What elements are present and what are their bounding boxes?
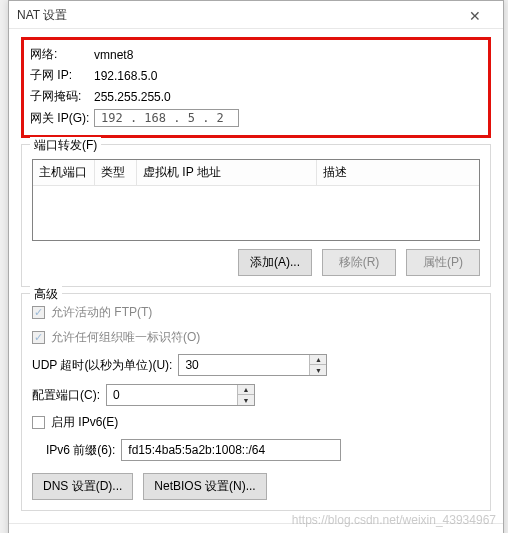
udp-spin-down-icon[interactable]: ▼ bbox=[310, 365, 326, 375]
col-host-port[interactable]: 主机端口 bbox=[33, 160, 95, 185]
nat-settings-dialog: NAT 设置 ✕ 网络: vmnet8 子网 IP: 192.168.5.0 子… bbox=[8, 0, 504, 533]
udp-timeout-spinner[interactable]: ▲ ▼ bbox=[178, 354, 327, 376]
config-port-input[interactable] bbox=[107, 385, 237, 405]
port-forward-title: 端口转发(F) bbox=[30, 137, 101, 154]
dialog-content: 网络: vmnet8 子网 IP: 192.168.5.0 子网掩码: 255.… bbox=[9, 29, 503, 523]
close-icon[interactable]: ✕ bbox=[455, 8, 495, 24]
dns-settings-button[interactable]: DNS 设置(D)... bbox=[32, 473, 133, 500]
udp-timeout-input[interactable] bbox=[179, 355, 309, 375]
udp-spin-up-icon[interactable]: ▲ bbox=[310, 355, 326, 365]
dialog-footer: 确定 取消 帮助 bbox=[9, 523, 503, 533]
subnet-mask-value: 255.255.255.0 bbox=[94, 90, 171, 104]
udp-timeout-label: UDP 超时(以秒为单位)(U): bbox=[32, 357, 172, 374]
titlebar: NAT 设置 ✕ bbox=[9, 1, 503, 29]
properties-button[interactable]: 属性(P) bbox=[406, 249, 480, 276]
network-info-highlight: 网络: vmnet8 子网 IP: 192.168.5.0 子网掩码: 255.… bbox=[21, 37, 491, 138]
config-port-label: 配置端口(C): bbox=[32, 387, 100, 404]
netbios-settings-button[interactable]: NetBIOS 设置(N)... bbox=[143, 473, 266, 500]
col-vm-ip[interactable]: 虚拟机 IP 地址 bbox=[137, 160, 317, 185]
config-port-spinner[interactable]: ▲ ▼ bbox=[106, 384, 255, 406]
enable-ipv6-label: 启用 IPv6(E) bbox=[51, 414, 118, 431]
advanced-group: 高级 允许活动的 FTP(T) 允许任何组织唯一标识符(O) UDP 超时(以秒… bbox=[21, 293, 491, 511]
port-forward-table[interactable]: 主机端口 类型 虚拟机 IP 地址 描述 bbox=[32, 159, 480, 241]
col-desc[interactable]: 描述 bbox=[317, 160, 479, 185]
network-value: vmnet8 bbox=[94, 48, 133, 62]
table-body[interactable] bbox=[33, 186, 479, 240]
ipv6-prefix-input[interactable] bbox=[121, 439, 341, 461]
allow-ftp-label: 允许活动的 FTP(T) bbox=[51, 304, 152, 321]
window-title: NAT 设置 bbox=[17, 7, 67, 24]
table-header: 主机端口 类型 虚拟机 IP 地址 描述 bbox=[33, 160, 479, 186]
ipv6-prefix-label: IPv6 前缀(6): bbox=[46, 442, 115, 459]
subnet-mask-label: 子网掩码: bbox=[30, 88, 94, 105]
port-spin-up-icon[interactable]: ▲ bbox=[238, 385, 254, 395]
remove-button[interactable]: 移除(R) bbox=[322, 249, 396, 276]
network-label: 网络: bbox=[30, 46, 94, 63]
allow-ftp-checkbox[interactable] bbox=[32, 306, 45, 319]
allow-oui-label: 允许任何组织唯一标识符(O) bbox=[51, 329, 200, 346]
port-forward-group: 端口转发(F) 主机端口 类型 虚拟机 IP 地址 描述 添加(A)... 移除… bbox=[21, 144, 491, 287]
port-spin-down-icon[interactable]: ▼ bbox=[238, 395, 254, 405]
allow-oui-checkbox[interactable] bbox=[32, 331, 45, 344]
gateway-ip-input[interactable]: 192 . 168 . 5 . 2 bbox=[94, 109, 239, 127]
col-type[interactable]: 类型 bbox=[95, 160, 137, 185]
subnet-ip-value: 192.168.5.0 bbox=[94, 69, 157, 83]
enable-ipv6-checkbox[interactable] bbox=[32, 416, 45, 429]
gateway-ip-label: 网关 IP(G): bbox=[30, 110, 94, 127]
subnet-ip-label: 子网 IP: bbox=[30, 67, 94, 84]
advanced-title: 高级 bbox=[30, 286, 62, 303]
add-button[interactable]: 添加(A)... bbox=[238, 249, 312, 276]
